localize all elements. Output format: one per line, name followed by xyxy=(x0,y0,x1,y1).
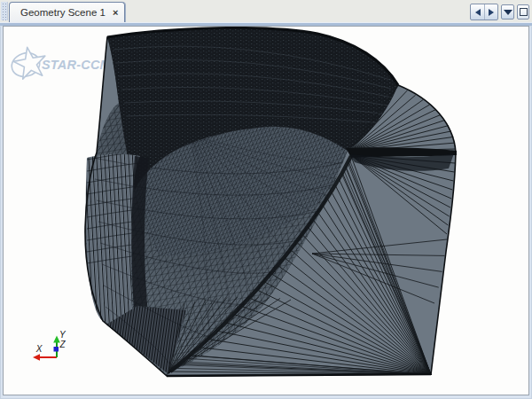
x-axis-label: X xyxy=(35,344,43,354)
maximize-button[interactable] xyxy=(517,4,529,20)
close-icon[interactable]: × xyxy=(113,8,118,17)
x-axis-arrow-icon xyxy=(33,354,40,361)
tab-bar: Geometry Scene 1 × xyxy=(0,0,532,22)
scene-viewport[interactable]: STAR-CCM+ xyxy=(3,26,529,395)
scroll-left-icon xyxy=(475,9,481,16)
geometry-mesh xyxy=(85,27,457,376)
tab-drag-grip[interactable] xyxy=(1,2,8,20)
scroll-right-icon xyxy=(489,9,494,16)
tab-scroll-group xyxy=(470,4,498,20)
starccm-watermark: STAR-CCM+ xyxy=(9,47,119,80)
document-list-dropdown-button[interactable] xyxy=(501,4,514,20)
scroll-right-button[interactable] xyxy=(484,4,497,20)
y-axis-label: Y xyxy=(59,330,66,340)
maximize-icon xyxy=(520,8,528,16)
application-window: Geometry Scene 1 × xyxy=(0,0,532,399)
window-controls xyxy=(470,4,529,20)
tab-label: Geometry Scene 1 xyxy=(20,7,106,18)
axis-triad: X Y Z xyxy=(33,330,66,361)
tab-geometry-scene[interactable]: Geometry Scene 1 × xyxy=(9,2,125,22)
scroll-left-button[interactable] xyxy=(471,4,484,20)
dropdown-icon xyxy=(504,10,512,15)
z-axis-label: Z xyxy=(59,340,66,349)
z-axis-icon xyxy=(54,347,59,352)
geometry-scene-canvas[interactable]: STAR-CCM+ xyxy=(4,27,528,395)
